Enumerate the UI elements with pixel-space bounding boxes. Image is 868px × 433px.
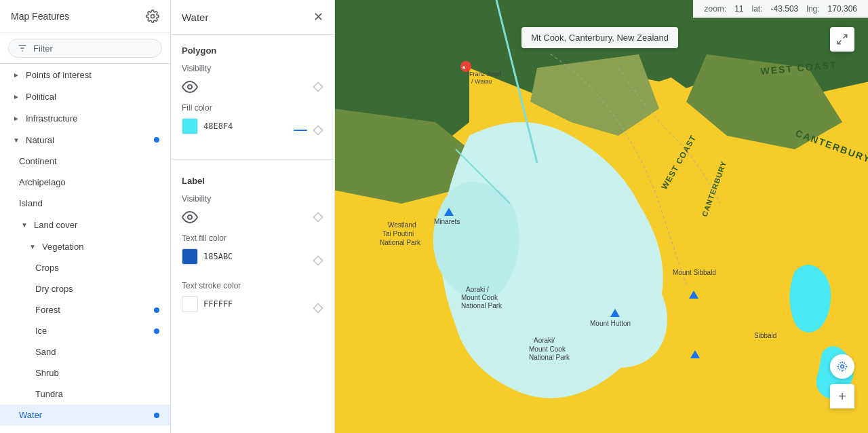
svg-point-0 [151, 15, 155, 18]
sidebar-item-forest[interactable]: Forest [0, 299, 170, 320]
chevron-right-icon: ► [11, 113, 22, 124]
svg-point-13 [841, 365, 844, 369]
sidebar-item-island[interactable]: Island [0, 193, 170, 214]
text-fill-color-value: 185ABC [203, 252, 233, 261]
sidebar-item-dry-crops[interactable]: Dry crops [0, 278, 170, 299]
chevron-right-icon: ► [11, 69, 22, 80]
sidebar-item-points-of-interest[interactable]: ► Points of interest [0, 64, 170, 86]
label-heading: Label [182, 176, 323, 186]
svg-point-4 [188, 85, 192, 89]
sidebar-title: Map Features [11, 11, 69, 22]
text-fill-color-swatch[interactable] [182, 248, 198, 265]
svg-marker-6 [313, 126, 322, 134]
location-icon [836, 360, 848, 373]
lng-value: 170.306 [828, 4, 857, 14]
nav-list: ► Points of interest ► Political ► Infra… [0, 64, 170, 433]
svg-marker-5 [313, 82, 322, 91]
chevron-down-icon: ▼ [11, 134, 22, 145]
label-visibility-row [182, 209, 323, 225]
svg-text:Mount Cook: Mount Cook [529, 345, 566, 353]
divider [171, 159, 334, 159]
filter-icon [17, 43, 28, 54]
map-area[interactable]: zoom: 11 lat: -43.503 lng: 170.306 Mt Co… [335, 0, 868, 433]
sidebar-item-tundra[interactable]: Tundra [0, 383, 170, 404]
plus-icon: + [838, 390, 846, 403]
sidebar-item-sand[interactable]: Sand [0, 341, 170, 362]
text-stroke-color-value: FFFFFF [203, 299, 233, 309]
svg-text:Mount Hutton: Mount Hutton [590, 320, 631, 327]
lat-label: lat: [752, 4, 763, 14]
feature-panel: Water ✕ Polygon Visibility Fill color 48… [171, 0, 335, 433]
fullscreen-icon [836, 33, 848, 45]
eye-icon[interactable] [182, 209, 198, 225]
svg-marker-9 [313, 256, 322, 265]
map-tooltip: Mt Cook, Canterbury, New Zealand [521, 27, 678, 48]
map-svg: WEST COAST CANTERBURY WEST COAST CANTERB… [335, 0, 868, 433]
diamond-icon[interactable] [313, 81, 323, 92]
diamond-icon[interactable] [313, 255, 323, 266]
filter-label: Filter [33, 43, 53, 54]
svg-point-7 [188, 215, 192, 219]
sidebar-item-background[interactable]: Background [0, 426, 170, 433]
gear-icon[interactable] [146, 10, 159, 23]
minus-line [294, 130, 307, 131]
sidebar-item-shrub[interactable]: Shrub [0, 362, 170, 383]
svg-text:Mount Cook: Mount Cook [461, 294, 498, 301]
label-visibility-label: Visibility [182, 194, 323, 204]
svg-text:Aoraki/: Aoraki/ [534, 337, 555, 344]
zoom-in-button[interactable]: + [830, 384, 854, 409]
svg-text:Franz Josef: Franz Josef [469, 71, 502, 77]
fill-color-label: Fill color [182, 103, 323, 113]
fullscreen-button[interactable] [830, 27, 854, 52]
text-stroke-color-swatch[interactable] [182, 296, 198, 312]
zoom-label: zoom: [704, 4, 726, 14]
chevron-right-icon: ► [11, 91, 22, 102]
text-stroke-color-label: Text stroke color [182, 281, 323, 290]
svg-line-11 [844, 35, 847, 38]
svg-text:Westland: Westland [388, 221, 416, 229]
svg-text:6: 6 [462, 64, 466, 71]
text-stroke-color-row: FFFFFF [182, 296, 323, 320]
close-button[interactable]: ✕ [313, 10, 323, 24]
eye-icon[interactable] [182, 79, 198, 95]
svg-text:National Park: National Park [461, 302, 502, 309]
sidebar-item-ice[interactable]: Ice [0, 320, 170, 341]
svg-line-12 [837, 41, 841, 44]
diamond-icon[interactable] [313, 125, 323, 136]
sidebar-item-vegetation[interactable]: ▼ Vegetation [0, 236, 170, 257]
svg-text:National Park: National Park [380, 239, 421, 246]
sidebar-item-political[interactable]: ► Political [0, 86, 170, 107]
filter-input-wrapper[interactable]: Filter [8, 39, 162, 58]
svg-marker-10 [313, 303, 322, 312]
sidebar-item-land-cover[interactable]: ▼ Land cover [0, 214, 170, 236]
panel-title: Water [182, 12, 208, 23]
fill-color-value: 48E8F4 [203, 121, 233, 131]
svg-point-14 [838, 362, 846, 371]
polygon-heading: Polygon [182, 45, 323, 56]
svg-text:Mount Sibbald: Mount Sibbald [673, 269, 716, 276]
lat-value: -43.503 [771, 4, 799, 14]
svg-text:/ Waiau: / Waiau [471, 78, 492, 85]
sidebar: Map Features Filter ► Points of interest… [0, 0, 171, 433]
sidebar-item-water[interactable]: Water [0, 404, 170, 426]
svg-text:Tai Poutini: Tai Poutini [382, 230, 414, 238]
svg-text:National Park: National Park [529, 354, 570, 361]
diamond-icon[interactable] [313, 212, 323, 223]
water-dot [154, 413, 159, 418]
label-section: Label Visibility Text fill color 185ABC … [171, 165, 334, 331]
text-fill-color-row: 185ABC [182, 248, 323, 273]
diamond-icon[interactable] [313, 303, 323, 314]
forest-dot [154, 307, 159, 313]
fill-color-row: 48E8F4 [182, 118, 323, 143]
svg-marker-8 [313, 212, 322, 221]
location-button[interactable] [830, 354, 854, 379]
sidebar-item-crops[interactable]: Crops [0, 257, 170, 278]
sidebar-item-archipelago[interactable]: Archipelago [0, 172, 170, 193]
sidebar-item-continent[interactable]: Continent [0, 151, 170, 172]
sidebar-item-infrastructure[interactable]: ► Infrastructure [0, 107, 170, 129]
fill-color-swatch[interactable] [182, 118, 198, 134]
filter-bar: Filter [0, 33, 170, 64]
sidebar-item-natural[interactable]: ▼ Natural [0, 129, 170, 151]
lng-label: lng: [806, 4, 819, 14]
panel-header: Water ✕ [171, 0, 334, 35]
